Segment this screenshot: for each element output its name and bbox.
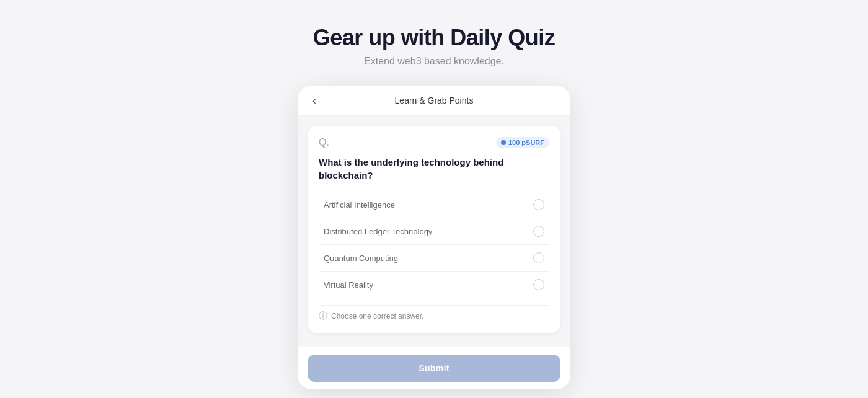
answer-hint: ⓘ Choose one correct answer. — [319, 305, 549, 322]
phone-container: ‹ Learn & Grab Points Q. 100 pSURF What … — [298, 86, 570, 389]
page-subtitle: Extend web3 based knowledge. — [313, 56, 556, 67]
answer-option-3[interactable]: Quantum Computing — [319, 245, 549, 272]
answer-label-2: Distributed Ledger Technology — [324, 227, 432, 236]
question-text: What is the underlying technology behind… — [319, 156, 549, 182]
quiz-content: Q. 100 pSURF What is the underlying tech… — [298, 116, 570, 347]
answer-label-4: Virtual Reality — [324, 280, 373, 290]
info-icon: ⓘ — [319, 311, 327, 322]
reward-dot — [501, 140, 506, 145]
radio-1[interactable] — [533, 199, 544, 210]
answer-option-4[interactable]: Virtual Reality — [319, 272, 549, 298]
answer-label-1: Artificial Intelligence — [324, 200, 395, 210]
phone-header: ‹ Learn & Grab Points — [298, 86, 570, 116]
hint-text: Choose one correct answer. — [331, 312, 423, 321]
radio-4[interactable] — [533, 279, 544, 290]
phone-header-title: Learn & Grab Points — [395, 95, 474, 105]
quiz-card: Q. 100 pSURF What is the underlying tech… — [308, 126, 560, 333]
question-icon: Q. — [319, 137, 329, 148]
answer-label-3: Quantum Computing — [324, 254, 398, 263]
radio-2[interactable] — [533, 226, 544, 237]
reward-badge: 100 pSURF — [496, 137, 549, 148]
submit-area: Submit — [298, 347, 570, 389]
quiz-top-row: Q. 100 pSURF — [319, 137, 549, 148]
radio-3[interactable] — [533, 252, 544, 263]
back-button[interactable]: ‹ — [310, 92, 319, 108]
page-header: Gear up with Daily Quiz Extend web3 base… — [313, 0, 556, 67]
answer-option-1[interactable]: Artificial Intelligence — [319, 192, 549, 218]
answer-options-list: Artificial Intelligence Distributed Ledg… — [319, 192, 549, 298]
page-title: Gear up with Daily Quiz — [313, 25, 556, 51]
submit-button[interactable]: Submit — [308, 355, 560, 382]
answer-option-2[interactable]: Distributed Ledger Technology — [319, 218, 549, 245]
reward-text: 100 pSURF — [508, 139, 544, 146]
